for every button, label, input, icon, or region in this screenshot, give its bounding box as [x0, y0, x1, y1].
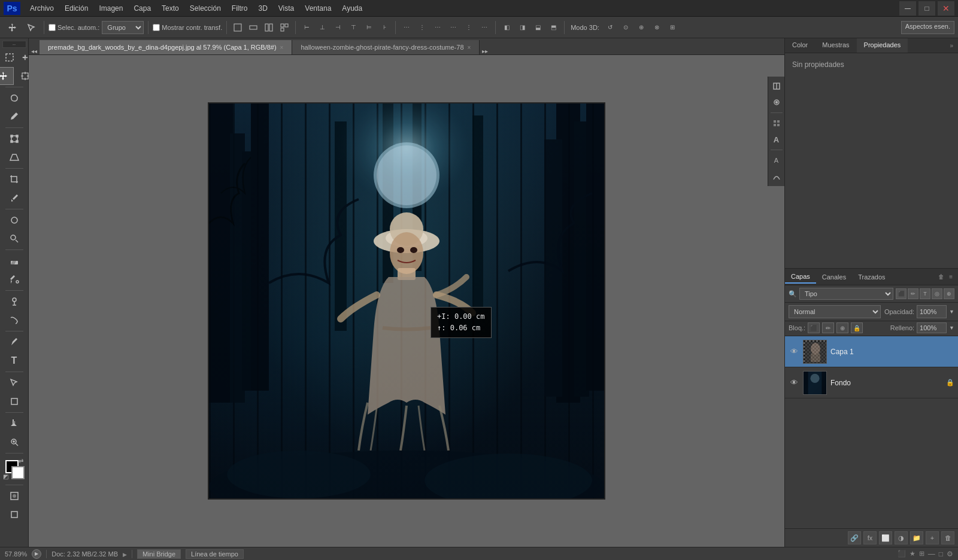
- add-mask-btn[interactable]: ⬜: [879, 531, 892, 544]
- adjustment-layer-btn[interactable]: ◑: [895, 531, 908, 544]
- aspects-button[interactable]: Aspectos esen.: [901, 21, 954, 34]
- rpt-icon-5[interactable]: A: [769, 153, 784, 168]
- dist-left-icon[interactable]: ⋯: [400, 21, 413, 34]
- quick-mask-mode[interactable]: [4, 487, 25, 505]
- dodge-tool[interactable]: [4, 293, 25, 311]
- type-tool[interactable]: T: [4, 352, 25, 370]
- dist-v-icon[interactable]: ⋮: [462, 21, 475, 34]
- canvas-scroll[interactable]: +I: 0.00 cm ↑: 0.06 cm: [29, 55, 784, 547]
- clone-tool[interactable]: [4, 230, 25, 248]
- rpt-icon-3[interactable]: [769, 116, 784, 130]
- rpt-icon-2[interactable]: [769, 95, 784, 109]
- layers-trash-icon[interactable]: 🗑: [936, 272, 946, 281]
- menu-filtro[interactable]: Filtro: [227, 3, 253, 14]
- group-select[interactable]: Grupo: [102, 21, 144, 34]
- filter-smart-icon[interactable]: ⊕: [944, 288, 954, 299]
- brush-tool[interactable]: [4, 108, 25, 126]
- 3d-btn-5[interactable]: ⊞: [666, 21, 679, 34]
- eraser-tool[interactable]: [4, 252, 25, 270]
- status-settings-icon[interactable]: ⚙: [947, 550, 953, 558]
- menu-3d[interactable]: 3D: [253, 3, 272, 14]
- crop-tool[interactable]: [4, 171, 25, 188]
- doc-size-arrow[interactable]: ▶: [123, 550, 127, 558]
- layers-tab-capas[interactable]: Capas: [785, 270, 816, 284]
- arrange-icon-3[interactable]: [262, 21, 275, 34]
- timeline-tab[interactable]: Línea de tiempo: [186, 549, 244, 559]
- align-center-h-icon[interactable]: ⊥: [316, 21, 329, 34]
- blend-mode-select[interactable]: Normal: [789, 305, 881, 318]
- move-tool-btn[interactable]: [4, 20, 20, 35]
- spot-heal-tool[interactable]: [4, 211, 25, 229]
- auto-select-checkbox[interactable]: [48, 24, 56, 31]
- align-center-v-icon[interactable]: ⊨: [362, 21, 375, 34]
- layer-visibility-capa1[interactable]: 👁: [789, 346, 799, 357]
- new-group-btn[interactable]: 📁: [910, 531, 923, 544]
- arrange-icon-4[interactable]: [278, 21, 291, 34]
- minimize-button[interactable]: ─: [899, 1, 916, 16]
- perspective-tool[interactable]: [4, 148, 25, 166]
- dist-right-icon[interactable]: ⋯: [431, 21, 444, 34]
- lock-position-btn[interactable]: ⊕: [836, 322, 848, 333]
- tabs-scroll-right[interactable]: ▸▸: [480, 48, 490, 54]
- smudge-tool[interactable]: [4, 311, 25, 329]
- rpt-icon-1[interactable]: [769, 79, 784, 93]
- transform-tool[interactable]: [4, 130, 25, 148]
- minimize-panel-icon[interactable]: —: [928, 550, 935, 558]
- select-move-tool[interactable]: [21, 48, 29, 66]
- filter-pixel-icon[interactable]: ⬛: [896, 288, 907, 299]
- 3d-btn-3[interactable]: ⊕: [635, 21, 648, 34]
- align-right-icon[interactable]: ⊣: [331, 21, 344, 34]
- align-top-icon[interactable]: ⊤: [347, 21, 360, 34]
- 3d-icon-3[interactable]: ⬓: [531, 21, 544, 34]
- transform-checkbox[interactable]: [153, 24, 160, 31]
- tab-muestras[interactable]: Muestras: [815, 38, 856, 53]
- eyedropper-tool[interactable]: [4, 189, 25, 207]
- 3d-icon-2[interactable]: ◨: [516, 21, 529, 34]
- menu-ayuda[interactable]: Ayuda: [337, 3, 367, 14]
- screen-mode-btn[interactable]: [4, 506, 25, 524]
- align-bottom-icon[interactable]: ⊦: [378, 21, 391, 34]
- lasso-tool[interactable]: [4, 89, 25, 107]
- status-icon-2[interactable]: ★: [910, 550, 915, 558]
- dist-bottom-icon[interactable]: ⋯: [478, 21, 491, 34]
- hand-tool[interactable]: [4, 415, 25, 433]
- tab-color[interactable]: Color: [785, 38, 815, 53]
- filter-shape-icon[interactable]: ◎: [932, 288, 942, 299]
- layers-filter-select[interactable]: Tipo: [799, 288, 893, 300]
- move-tool[interactable]: [0, 67, 14, 85]
- layer-effects-btn[interactable]: fx: [863, 531, 877, 544]
- select-rect-tool[interactable]: [0, 48, 20, 66]
- status-icon-1[interactable]: ⬛: [898, 550, 906, 558]
- right-tabs-arrow[interactable]: »: [945, 38, 958, 53]
- zoom-toggle-btn[interactable]: ▶: [32, 549, 41, 559]
- filter-adjust-icon[interactable]: ✏: [908, 288, 918, 299]
- opacity-input[interactable]: [917, 305, 947, 318]
- lock-all-btn[interactable]: 🔒: [851, 322, 863, 333]
- color-swatch[interactable]: ⇄ ◩: [3, 458, 26, 480]
- 3d-btn-2[interactable]: ⊙: [619, 21, 632, 34]
- align-left-icon[interactable]: ⊢: [300, 21, 313, 34]
- menu-imagen[interactable]: Imagen: [94, 3, 128, 14]
- maximize-button[interactable]: □: [918, 1, 935, 16]
- fill-arrow[interactable]: ▼: [949, 325, 954, 331]
- lock-transparent-btn[interactable]: ⬛: [808, 322, 820, 333]
- rect-shape-tool[interactable]: [4, 392, 25, 410]
- delete-layer-btn[interactable]: 🗑: [941, 531, 954, 544]
- fill-input[interactable]: [917, 322, 947, 333]
- arrange-icon-2[interactable]: [247, 21, 260, 34]
- rpt-icon-6[interactable]: [769, 169, 784, 184]
- path-selection-tool[interactable]: [4, 374, 25, 392]
- opacity-arrow[interactable]: ▼: [949, 309, 954, 315]
- menu-seleccion[interactable]: Selección: [185, 3, 226, 14]
- close-button[interactable]: ✕: [938, 1, 954, 16]
- menu-archivo[interactable]: Archivo: [25, 3, 59, 14]
- layer-visibility-fondo[interactable]: 👁: [789, 378, 799, 388]
- tab-propiedades[interactable]: Propiedades: [857, 38, 908, 53]
- arrange-icon-1[interactable]: [231, 21, 244, 34]
- layer-item-fondo[interactable]: 👁 Fondo 🔒: [785, 367, 958, 398]
- menu-vista[interactable]: Vista: [274, 3, 299, 14]
- layer-item-capa1[interactable]: 👁 Capa 1: [785, 336, 958, 367]
- layers-menu-icon[interactable]: ≡: [947, 272, 954, 281]
- link-layers-btn[interactable]: 🔗: [848, 531, 861, 544]
- tabs-scroll-left[interactable]: ◂◂: [29, 48, 40, 54]
